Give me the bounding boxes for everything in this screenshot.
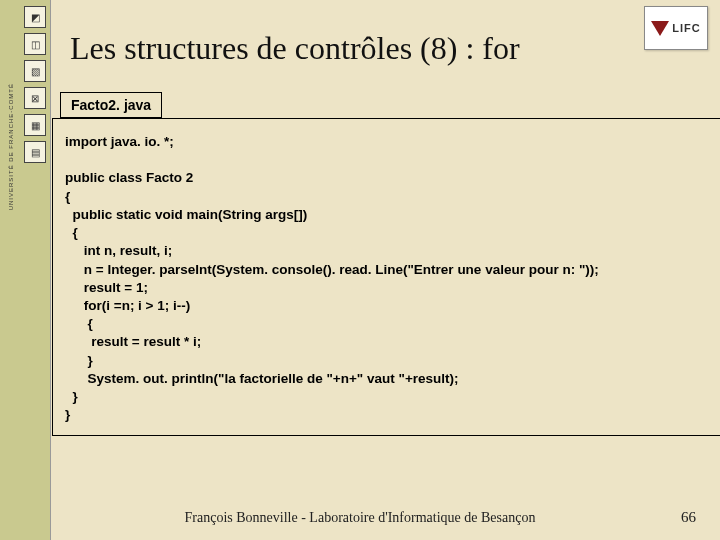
code-line: System. out. println("la factorielle de …: [65, 371, 459, 386]
logo-text: LIFC: [672, 22, 700, 34]
code-line: int n, result, i;: [65, 243, 172, 258]
code-line: public static void main(String args[]): [65, 207, 307, 222]
code-line: import java. io. *;: [65, 134, 174, 149]
triangle-icon: [651, 21, 669, 36]
code-line: }: [65, 389, 78, 404]
side-icon: ◩: [24, 6, 46, 28]
page-number: 66: [681, 509, 696, 526]
lifc-logo: LIFC: [644, 6, 708, 50]
footer-text: François Bonneville - Laboratoire d'Info…: [0, 510, 720, 526]
code-line: {: [65, 316, 93, 331]
sidebar: UNIVERSITÉ DE FRANCHE-COMTÉ ◩ ◫ ▧ ⊠ ▦ ▤: [0, 0, 51, 540]
side-icon: ▧: [24, 60, 46, 82]
side-icon: ▤: [24, 141, 46, 163]
code-line: public class Facto 2: [65, 170, 193, 185]
filename-box: Facto2. java: [60, 92, 162, 118]
code-line: {: [65, 225, 78, 240]
code-line: result = result * i;: [65, 334, 201, 349]
slide-title: Les structures de contrôles (8) : for: [70, 30, 520, 67]
code-line: n = Integer. parseInt(System. console().…: [65, 262, 599, 277]
code-line: {: [65, 189, 70, 204]
university-label: UNIVERSITÉ DE FRANCHE-COMTÉ: [8, 83, 14, 210]
side-icon: ▦: [24, 114, 46, 136]
code-line: }: [65, 407, 70, 422]
code-line: for(i =n; i > 1; i--): [65, 298, 190, 313]
side-icon: ◫: [24, 33, 46, 55]
code-line: result = 1;: [65, 280, 148, 295]
side-icon: ⊠: [24, 87, 46, 109]
sidebar-icons: ◩ ◫ ▧ ⊠ ▦ ▤: [24, 6, 46, 163]
code-box: import java. io. *; public class Facto 2…: [52, 118, 720, 436]
code-line: }: [65, 353, 93, 368]
